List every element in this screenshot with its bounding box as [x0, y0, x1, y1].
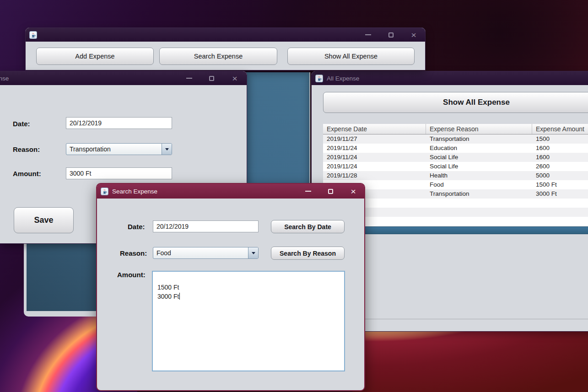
amount-results-textarea[interactable]: 1500 Ft 3000 Ft — [152, 271, 345, 371]
maximize-button[interactable] — [205, 72, 218, 84]
column-header-expense-amount[interactable]: Expense Amount — [532, 124, 588, 134]
chevron-down-icon — [165, 148, 169, 150]
cell-expense-amount: 1600 — [532, 153, 588, 162]
cell-expense-reason: Transportation — [426, 134, 532, 144]
maximize-icon — [209, 76, 214, 81]
amount-label: Amount: — [117, 271, 146, 279]
cell-expense-reason: Transportation — [426, 189, 532, 199]
reason-label: Reason: — [120, 249, 147, 257]
close-button[interactable]: × — [347, 185, 360, 197]
minimize-icon — [305, 191, 311, 192]
minimize-button[interactable] — [361, 29, 374, 41]
reason-selected-value: Transportation — [66, 145, 162, 153]
search-by-reason-button[interactable]: Search By Reason — [271, 247, 345, 260]
column-header-expense-reason[interactable]: Expense Reason — [426, 124, 532, 134]
add-expense-titlebar[interactable]: Add Expense × — [0, 71, 247, 85]
cell-expense-date: 2019/11/24 — [323, 144, 426, 153]
date-label: Date: — [128, 223, 145, 231]
dropdown-button[interactable] — [248, 247, 258, 258]
window-title: Search Expense — [112, 188, 157, 195]
table-row[interactable]: 2019/11/27 Transportation 1500 — [323, 134, 588, 144]
table-row[interactable]: 2019/11/24 Education 1600 — [323, 144, 588, 153]
reason-dropdown[interactable]: Food — [153, 247, 259, 259]
close-button[interactable]: × — [407, 29, 420, 41]
cell-expense-amount: 5000 — [532, 171, 588, 180]
cell-expense-reason: Health — [426, 171, 532, 180]
show-all-expense-action-button[interactable]: Show All Expense — [323, 92, 588, 113]
cell-expense-reason: Education — [426, 144, 532, 153]
menu-titlebar[interactable]: × — [26, 28, 425, 42]
amount-line: 3000 Ft — [157, 292, 344, 301]
cell-expense-amount: 1500 — [532, 134, 588, 144]
cell-expense-reason: Social Life — [426, 162, 532, 171]
column-header-expense-date[interactable]: Expense Date — [323, 124, 426, 134]
cell-expense-reason: Social Life — [426, 153, 532, 162]
close-button[interactable]: × — [228, 72, 241, 84]
amount-label: Amount: — [13, 170, 41, 177]
expense-menu-window: × Add Expense Search Expense Show All Ex… — [25, 27, 426, 70]
search-expense-button[interactable]: Search Expense — [159, 48, 277, 65]
window-title: All Expense — [327, 75, 359, 82]
date-label: Date: — [13, 120, 30, 128]
close-icon: × — [411, 31, 416, 39]
search-expense-window: Search Expense × Date: 20/12/2019 Search… — [96, 183, 365, 391]
search-expense-titlebar[interactable]: Search Expense × — [97, 184, 364, 199]
table-header-row: Expense Date Expense Reason Expense Amou… — [323, 124, 588, 134]
cell-expense-amount: 1500 Ft — [532, 180, 588, 189]
table-row[interactable]: 2019/11/24 Social Life 1600 — [323, 153, 588, 162]
maximize-button[interactable] — [384, 29, 397, 41]
amount-line: 1500 Ft — [157, 283, 344, 292]
cell-expense-date: 2019/11/24 — [323, 162, 426, 171]
minimize-icon — [186, 78, 192, 79]
show-all-expense-button[interactable]: Show All Expense — [287, 48, 415, 65]
all-expense-titlebar[interactable]: All Expense — [312, 71, 588, 85]
cell-expense-date: 2019/11/27 — [323, 134, 426, 144]
reason-label: Reason: — [13, 145, 40, 153]
java-icon — [315, 75, 323, 82]
minimize-icon — [365, 34, 371, 35]
text-caret — [179, 293, 180, 300]
close-icon: × — [351, 187, 356, 196]
reason-dropdown[interactable]: Transportation — [66, 143, 172, 155]
minimize-button[interactable] — [302, 185, 314, 197]
table-row[interactable]: 2019/11/24 Social Life 2600 — [323, 162, 588, 171]
minimize-button[interactable] — [183, 72, 195, 84]
table-row[interactable]: 2019/11/28 Health 5000 — [323, 171, 588, 180]
maximize-icon — [328, 189, 333, 194]
cell-expense-amount: 1600 — [532, 144, 588, 153]
date-input[interactable]: 20/12/2019 — [66, 117, 172, 129]
window-title: Add Expense — [0, 75, 9, 82]
cell-expense-amount: 3000 Ft — [532, 189, 588, 199]
java-icon — [29, 31, 37, 39]
date-input[interactable]: 20/12/2019 — [153, 220, 259, 232]
cell-expense-amount: 2600 — [532, 162, 588, 171]
java-icon — [101, 188, 108, 195]
cell-expense-reason: Food — [426, 180, 532, 189]
add-expense-button[interactable]: Add Expense — [36, 48, 154, 65]
search-by-date-button[interactable]: Search By Date — [271, 220, 345, 233]
close-icon: × — [232, 74, 237, 83]
amount-input[interactable]: 3000 Ft — [66, 167, 172, 179]
cell-expense-date: 2019/11/28 — [323, 171, 426, 180]
reason-selected-value: Food — [153, 249, 248, 257]
chevron-down-icon — [252, 252, 255, 254]
cell-expense-date: 2019/11/24 — [323, 153, 426, 162]
maximize-button[interactable] — [324, 185, 337, 197]
maximize-icon — [388, 32, 394, 38]
save-button[interactable]: Save — [14, 207, 74, 233]
dropdown-button[interactable] — [162, 144, 172, 155]
